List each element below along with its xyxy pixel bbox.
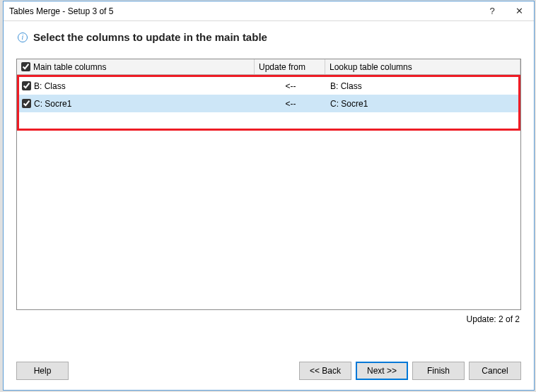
help-button-label: Help [34, 366, 52, 376]
row-main-label: B: Class [34, 81, 66, 91]
info-icon: i [18, 32, 28, 42]
next-button[interactable]: Next >> [356, 362, 408, 380]
dialog-content: i Select the columns to update in the ma… [4, 21, 534, 340]
header-main-columns[interactable]: Main table columns [17, 59, 255, 74]
dialog-window: Tables Merge - Setup 3 of 5 ? ✕ i Select… [3, 1, 535, 391]
instruction-row: i Select the columns to update in the ma… [16, 31, 521, 43]
button-bar: Help << Back Next >> Finish Cancel [16, 362, 521, 380]
select-all-checkbox[interactable] [21, 62, 30, 71]
row-lookup-label: B: Class [330, 81, 362, 91]
titlebar: Tables Merge - Setup 3 of 5 ? ✕ [4, 1, 534, 21]
row-checkbox[interactable] [22, 99, 31, 108]
table-header-row: Main table columns Update from Lookup ta… [17, 59, 520, 75]
finish-button-label: Finish [427, 366, 450, 376]
cell-lookup: C: Socre1 [326, 99, 518, 109]
status-text: Update: 2 of 2 [16, 310, 521, 330]
finish-button[interactable]: Finish [412, 362, 465, 380]
close-button[interactable]: ✕ [506, 2, 532, 20]
cell-update: <-- [255, 81, 326, 91]
help-icon: ? [489, 6, 494, 16]
close-icon: ✕ [515, 6, 523, 16]
table-row[interactable]: B: Class <-- B: Class [19, 77, 518, 95]
row-checkbox[interactable] [22, 81, 31, 90]
highlighted-rows: B: Class <-- B: Class C: Socre1 <-- C: S… [17, 75, 520, 131]
back-button-label: << Back [310, 366, 341, 376]
columns-table: Main table columns Update from Lookup ta… [16, 59, 521, 310]
cell-update: <-- [255, 99, 326, 109]
help-button-footer[interactable]: Help [16, 362, 69, 380]
row-update-arrow: <-- [286, 99, 296, 109]
table-row[interactable]: C: Socre1 <-- C: Socre1 [19, 95, 518, 112]
back-button[interactable]: << Back [299, 362, 351, 380]
cell-lookup: B: Class [326, 81, 518, 91]
header-update-label: Update from [259, 62, 305, 72]
row-update-arrow: <-- [286, 81, 296, 91]
cell-main: C: Socre1 [19, 99, 255, 109]
help-button[interactable]: ? [479, 2, 506, 20]
instruction-text: Select the columns to update in the main… [33, 31, 267, 43]
row-lookup-label: C: Socre1 [330, 99, 368, 109]
cancel-button[interactable]: Cancel [469, 362, 521, 380]
header-update-from[interactable]: Update from [255, 59, 325, 74]
header-lookup-label: Lookup table columns [330, 62, 412, 72]
cell-main: B: Class [19, 81, 255, 91]
header-main-label: Main table columns [33, 62, 106, 72]
window-title: Tables Merge - Setup 3 of 5 [9, 6, 479, 16]
cancel-button-label: Cancel [482, 366, 508, 376]
next-button-label: Next >> [367, 366, 397, 376]
row-main-label: C: Socre1 [34, 99, 71, 109]
header-lookup-columns[interactable]: Lookup table columns [325, 59, 520, 74]
status-label: Update: 2 of 2 [467, 314, 520, 324]
